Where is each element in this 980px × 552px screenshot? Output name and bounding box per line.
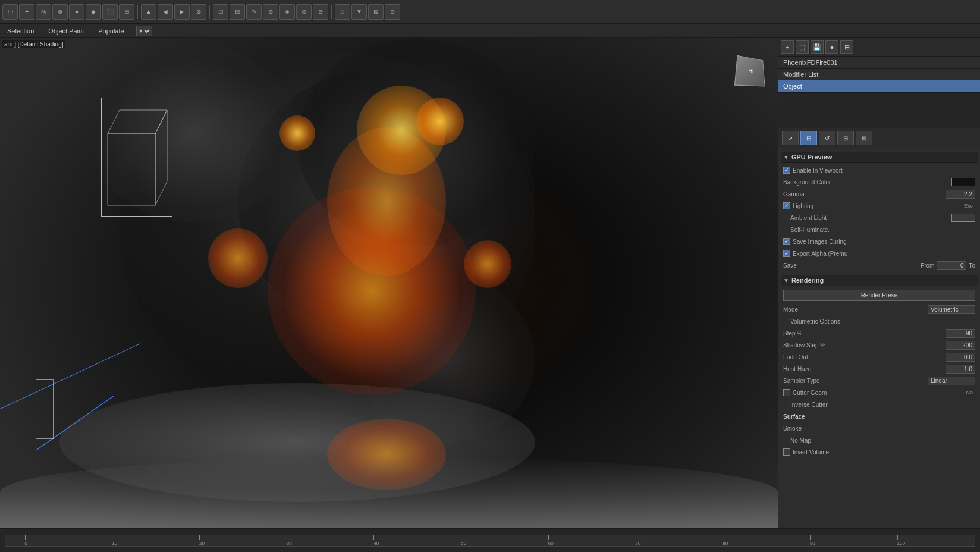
fire-glow-5 bbox=[279, 115, 315, 151]
toolbar-icon-12[interactable]: ⊗ bbox=[191, 4, 206, 20]
toolbar-icon-20[interactable]: ◇ bbox=[335, 4, 350, 20]
label-80: 80 bbox=[723, 541, 728, 546]
timeline-ruler[interactable]: 0 10 20 30 40 50 60 70 80 90 100 bbox=[5, 535, 975, 547]
panel-tab-3[interactable]: ↺ bbox=[819, 131, 835, 145]
render-preset-btn[interactable]: Render Prese bbox=[783, 290, 975, 301]
lighting-extra: Exc bbox=[946, 202, 975, 209]
enable-viewport-checkbox[interactable]: ✓ bbox=[783, 167, 790, 174]
gpu-preview-title: GPU Preview bbox=[791, 153, 832, 161]
toolbar-sep-1 bbox=[137, 5, 138, 19]
volumetric-options-label: Volumetric Options bbox=[790, 318, 975, 325]
step-percent-label: Step % bbox=[783, 330, 946, 337]
tick-50 bbox=[461, 535, 461, 540]
modifier-list-item[interactable]: Object bbox=[778, 80, 980, 93]
toolbar-icon-14[interactable]: ⊟ bbox=[230, 4, 245, 20]
toolbar-icon-19[interactable]: ⊝ bbox=[313, 4, 328, 20]
lighting-checkbox[interactable]: ✓ bbox=[783, 202, 790, 209]
sampler-type-label: Sampler Type bbox=[783, 378, 928, 384]
svg-rect-0 bbox=[108, 134, 155, 205]
mode-value[interactable]: Volumetric bbox=[928, 305, 975, 314]
bg-color-swatch[interactable] bbox=[951, 178, 975, 186]
menu-populate[interactable]: Populate bbox=[96, 26, 126, 36]
menu-object-paint[interactable]: Object Paint bbox=[46, 26, 86, 36]
fade-out-value[interactable]: 0.0 bbox=[946, 353, 975, 362]
panel-header-btn-grid[interactable]: ⊞ bbox=[840, 40, 853, 54]
toolbar-icon-3[interactable]: ◎ bbox=[36, 4, 51, 20]
tick-90 bbox=[810, 535, 811, 540]
panel-tab-4[interactable]: ⊞ bbox=[837, 131, 854, 145]
save-to-label: To bbox=[969, 262, 975, 269]
tick-100 bbox=[897, 535, 898, 540]
toolbar-icon-18[interactable]: ⊜ bbox=[296, 4, 312, 20]
toolbar-icon-1[interactable]: ⬚ bbox=[2, 4, 18, 20]
object-name: PhoenixFDFire001 bbox=[783, 59, 838, 66]
viewport[interactable]: ard ] [Default Shading] bbox=[0, 38, 778, 528]
rendering-title: Rendering bbox=[791, 277, 824, 284]
toolbar-icon-15[interactable]: ✎ bbox=[246, 4, 262, 20]
tick-0 bbox=[25, 535, 26, 540]
cutter-geom-checkbox[interactable] bbox=[783, 389, 790, 396]
toolbar-icon-6[interactable]: ◆ bbox=[86, 4, 101, 20]
menu-dropdown[interactable]: ▾ bbox=[136, 26, 152, 36]
toolbar-icon-8[interactable]: ⊞ bbox=[119, 4, 134, 20]
mode-label: Mode bbox=[783, 306, 928, 313]
sampler-type-value[interactable]: Linear bbox=[928, 377, 975, 385]
self-illuminate-row: Self-Illuminate. bbox=[781, 224, 978, 236]
export-alpha-checkbox[interactable]: ✓ bbox=[783, 250, 790, 257]
toolbar-icon-9[interactable]: ▲ bbox=[141, 4, 156, 20]
toolbar-sep-2 bbox=[209, 5, 210, 19]
panel-tab-2[interactable]: ⊟ bbox=[800, 131, 817, 145]
label-50: 50 bbox=[461, 541, 466, 546]
panel-header-btn-plus[interactable]: + bbox=[781, 40, 794, 54]
tick-30 bbox=[287, 535, 287, 540]
toolbar-icon-2[interactable]: ✦ bbox=[19, 4, 34, 20]
cutter-geom-value: No bbox=[946, 389, 975, 396]
toolbar-icon-16[interactable]: ⊛ bbox=[263, 4, 278, 20]
label-70: 70 bbox=[636, 541, 641, 546]
toolbar-icon-4[interactable]: ⊕ bbox=[52, 4, 68, 20]
enable-viewport-row: ✓ Enable In Viewport bbox=[781, 164, 978, 176]
toolbar-icon-21[interactable]: ▼ bbox=[351, 4, 367, 20]
ambient-light-row: Ambient Light bbox=[781, 212, 978, 224]
toolbar-icon-13[interactable]: ⊡ bbox=[213, 4, 228, 20]
rendering-section-header[interactable]: ▼ Rendering bbox=[781, 275, 978, 286]
toolbar-icon-17[interactable]: ◈ bbox=[279, 4, 295, 20]
toolbar-icon-11[interactable]: ▶ bbox=[174, 4, 190, 20]
ambient-light-swatch[interactable] bbox=[951, 214, 975, 222]
panel-header-btn-square[interactable]: ⬚ bbox=[796, 40, 809, 54]
invert-volume-checkbox[interactable] bbox=[783, 448, 790, 456]
gpu-preview-section-header[interactable]: ▼ GPU Preview bbox=[781, 152, 978, 163]
label-30: 30 bbox=[287, 541, 292, 546]
toolbar-icon-7[interactable]: ⬛ bbox=[102, 4, 118, 20]
heat-haze-label: Heat Haze bbox=[783, 366, 946, 372]
svg-marker-2 bbox=[155, 110, 167, 205]
save-from-value[interactable]: 0 bbox=[937, 261, 966, 270]
step-percent-value[interactable]: 90 bbox=[946, 329, 975, 338]
toolbar-icon-10[interactable]: ◀ bbox=[158, 4, 173, 20]
modifier-empty bbox=[778, 93, 980, 128]
save-from-sublabel: From bbox=[921, 262, 934, 269]
save-images-checkbox[interactable]: ✓ bbox=[783, 238, 790, 245]
toolbar-icon-22[interactable]: ⊠ bbox=[368, 4, 384, 20]
nav-cube[interactable]: HI bbox=[734, 55, 765, 87]
properties-content[interactable]: ▼ GPU Preview ✓ Enable In Viewport Backg… bbox=[778, 148, 980, 528]
gpu-preview-arrow: ▼ bbox=[783, 154, 789, 161]
menu-dropdown-select[interactable]: ▾ bbox=[136, 26, 152, 36]
heat-haze-value[interactable]: 1.0 bbox=[946, 365, 975, 374]
volumetric-options-row: Volumetric Options bbox=[781, 315, 978, 327]
menu-selection[interactable]: Selection bbox=[5, 26, 36, 36]
toolbar-icon-23[interactable]: ⊙ bbox=[385, 4, 400, 20]
wireframe-box bbox=[101, 98, 172, 217]
ground-smoke bbox=[0, 457, 778, 528]
toolbar-icon-5[interactable]: ★ bbox=[69, 4, 84, 20]
invert-volume-label: Invert Volume bbox=[793, 449, 975, 456]
gamma-value[interactable]: 2.2 bbox=[946, 190, 975, 199]
panel-tab-5[interactable]: ⊠ bbox=[856, 131, 872, 145]
bg-color-row: Background Color bbox=[781, 176, 978, 188]
fire-glow-7 bbox=[464, 240, 511, 288]
panel-header-btn-save[interactable]: 💾 bbox=[811, 40, 824, 54]
shadow-step-value[interactable]: 200 bbox=[946, 341, 975, 350]
panel-tab-1[interactable]: ↗ bbox=[782, 131, 799, 145]
label-60: 60 bbox=[548, 541, 554, 546]
panel-header-btn-circle[interactable]: ● bbox=[825, 40, 838, 54]
